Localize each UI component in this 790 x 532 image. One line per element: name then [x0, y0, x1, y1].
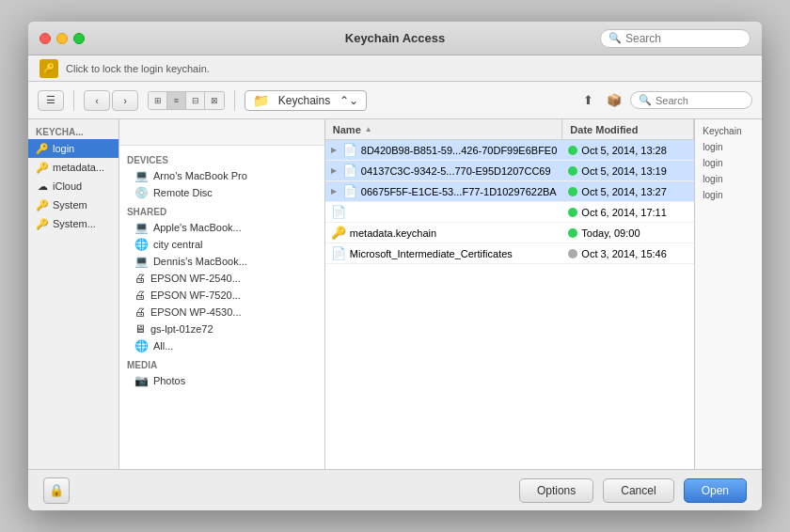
row-file-icon: 📄	[342, 164, 357, 178]
file-cell-date: Oct 6, 2014, 17:11	[562, 207, 694, 218]
file-date-text: Oct 6, 2014, 17:11	[581, 207, 667, 218]
sidebar-item-metadata[interactable]: 🔑 metadata...	[28, 158, 118, 177]
action-button[interactable]: 📦	[604, 92, 624, 109]
file-date-text: Today, 09:00	[581, 227, 640, 239]
devices-section-header: Devices	[119, 149, 324, 167]
toolbar-search-input[interactable]	[656, 95, 750, 106]
table-row[interactable]: 📄 Oct 6, 2014, 17:11	[325, 202, 695, 223]
titlebar-search-input[interactable]	[625, 32, 738, 45]
tree-item-label-epson2540: EPSON WF-2540...	[150, 273, 241, 284]
tree-item-epson-4530[interactable]: 🖨 EPSON WP-4530...	[119, 304, 324, 321]
sidebar-toggle-button[interactable]: ☰	[38, 90, 64, 111]
tree-item-epson-2540[interactable]: 🖨 EPSON WF-2540...	[119, 270, 324, 287]
tree-item-all[interactable]: 🌐 All...	[119, 337, 324, 354]
extra-sidebar-item: login	[695, 171, 762, 187]
share-button[interactable]: ⬆	[577, 92, 598, 109]
file-date-text: Oct 3, 2014, 15:46	[581, 248, 667, 259]
sidebar-item-label-system2: System...	[53, 218, 96, 229]
file-name-text: 04137C3C-9342-5...770-E95D1207CC69	[361, 165, 551, 177]
status-dot-gray	[568, 249, 577, 258]
tree-item-city-central[interactable]: 🌐 city central	[119, 236, 324, 253]
file-cell-name: ▶ 📄 04137C3C-9342-5...770-E95D1207CC69	[325, 164, 563, 178]
coverflow-view-button[interactable]: ⊠	[205, 92, 224, 109]
tree-item-label-epson4530: EPSON WP-4530...	[150, 306, 242, 318]
tree-item-epson-7520[interactable]: 🖨 EPSON WF-7520...	[119, 287, 324, 304]
row-chevron-icon: ▶	[331, 187, 337, 196]
table-row[interactable]: ▶ 📄 04137C3C-9342-5...770-E95D1207CC69 O…	[325, 161, 695, 181]
file-browser-toolbar	[119, 119, 324, 146]
toolbar-search-box[interactable]: 🔍	[630, 91, 752, 109]
tree-item-dennis-macbook[interactable]: 💻 Dennis's MacBook...	[119, 253, 324, 270]
tree-item-label-dennis: Dennis's MacBook...	[153, 256, 247, 267]
row-chevron-icon: ▶	[331, 146, 337, 154]
sidebar-item-icloud[interactable]: ☁ iCloud	[28, 177, 118, 196]
open-button[interactable]: Open	[684, 478, 747, 503]
file-cell-date: Oct 5, 2014, 13:28	[562, 145, 694, 156]
extra-sidebar-item: login	[695, 187, 762, 203]
status-dot-green	[568, 187, 577, 196]
lock-button[interactable]: 🔒	[43, 477, 70, 504]
city-icon: 🌐	[134, 238, 149, 251]
forward-button[interactable]: ›	[112, 90, 138, 111]
icon-view-button[interactable]: ⊞	[149, 92, 167, 109]
sidebar-item-label-login: login	[53, 143, 74, 154]
apple-macbook-icon: 💻	[134, 221, 149, 234]
status-dot-green	[568, 228, 577, 238]
traffic-lights	[40, 33, 85, 44]
sidebar-item-system2[interactable]: 🔑 System...	[28, 214, 118, 233]
window-title: Keychain Access	[345, 31, 445, 45]
extra-sidebar-item: Keychain	[695, 123, 762, 139]
cancel-button[interactable]: Cancel	[603, 478, 673, 503]
row-chevron-icon: ▶	[331, 166, 337, 175]
tree-item-label-gslpt: gs-lpt-01ze72	[150, 323, 213, 335]
options-button[interactable]: Options	[519, 478, 593, 503]
maximize-button[interactable]	[73, 33, 85, 44]
date-column-header[interactable]: Date Modified	[562, 119, 694, 139]
tree-item-apple-macbook[interactable]: 💻 Apple's MacBook...	[119, 219, 324, 236]
file-cell-name: ▶ 📄 06675F5F-E1CE-53...F77-1D10297622BA	[325, 184, 563, 198]
keychains-dropdown-label: Keychains	[278, 94, 330, 107]
tree-item-remote-disc[interactable]: 💿 Remote Disc	[119, 184, 324, 201]
file-cell-date: Today, 09:00	[562, 227, 694, 239]
sidebar-item-login[interactable]: 🔑 login	[28, 139, 118, 158]
row-file-icon: 📄	[331, 205, 346, 219]
column-view-button[interactable]: ⊟	[186, 92, 205, 109]
keychains-dropdown[interactable]: 📁 Keychains ⌃⌄	[245, 90, 367, 111]
toolbar-search-icon: 🔍	[639, 94, 652, 106]
tree-item-photos[interactable]: 📷 Photos	[119, 372, 324, 389]
shared-section-header: Shared	[119, 201, 324, 219]
extra-sidebar-item: login	[695, 155, 762, 171]
view-toggle-group: ⊞ ≡ ⊟ ⊠	[148, 91, 225, 110]
file-cell-name: 🔑 metadata.keychain	[325, 226, 563, 240]
file-cell-date: Oct 5, 2014, 13:27	[562, 186, 694, 197]
sidebar-item-label-metadata: metadata...	[53, 162, 104, 173]
file-cell-name: ▶ 📄 8D420B98-B851-59...426-70DF99E6BFE0	[325, 143, 563, 157]
tree-item-gs-lpt[interactable]: 🖥 gs-lpt-01ze72	[119, 321, 324, 337]
file-name-text: 06675F5F-E1CE-53...F77-1D10297622BA	[361, 186, 557, 197]
main-window: Keychain Access 🔍 🔑 Click to lock the lo…	[28, 22, 762, 510]
titlebar-search-box[interactable]: 🔍	[600, 29, 750, 48]
toolbar-action-buttons: ⬆ 📦	[577, 92, 624, 109]
epson-4530-icon: 🖨	[134, 305, 146, 319]
extra-sidebar: Keychain login login login login	[694, 119, 762, 469]
keychain-icon-icloud: ☁	[36, 180, 49, 193]
back-button[interactable]: ‹	[84, 90, 110, 111]
tree-item-label-apple: Apple's MacBook...	[153, 222, 242, 233]
table-row[interactable]: ▶ 📄 8D420B98-B851-59...426-70DF99E6BFE0 …	[325, 140, 695, 161]
row-file-icon: 📄	[331, 246, 346, 260]
epson-2540-icon: 🖨	[134, 272, 146, 285]
keychain-lock-icon[interactable]: 🔑	[40, 59, 58, 78]
file-date-text: Oct 5, 2014, 13:19	[581, 165, 667, 177]
tree-item-macbook-pro[interactable]: 💻 Arno's MacBook Pro	[119, 167, 324, 184]
close-button[interactable]	[40, 33, 51, 44]
titlebar: Keychain Access 🔍	[28, 22, 762, 55]
sidebar-item-system[interactable]: 🔑 System	[28, 196, 118, 214]
toolbar-separator-1	[73, 90, 74, 111]
name-column-header[interactable]: Name ▲	[325, 119, 563, 139]
table-row[interactable]: 📄 Microsoft_Intermediate_Certificates Oc…	[325, 243, 695, 264]
minimize-button[interactable]	[56, 33, 68, 44]
table-row[interactable]: 🔑 metadata.keychain Today, 09:00	[325, 223, 695, 243]
table-row[interactable]: ▶ 📄 06675F5F-E1CE-53...F77-1D10297622BA …	[325, 181, 695, 202]
list-view-button[interactable]: ≡	[167, 92, 186, 109]
nav-buttons: ‹ ›	[84, 90, 138, 111]
